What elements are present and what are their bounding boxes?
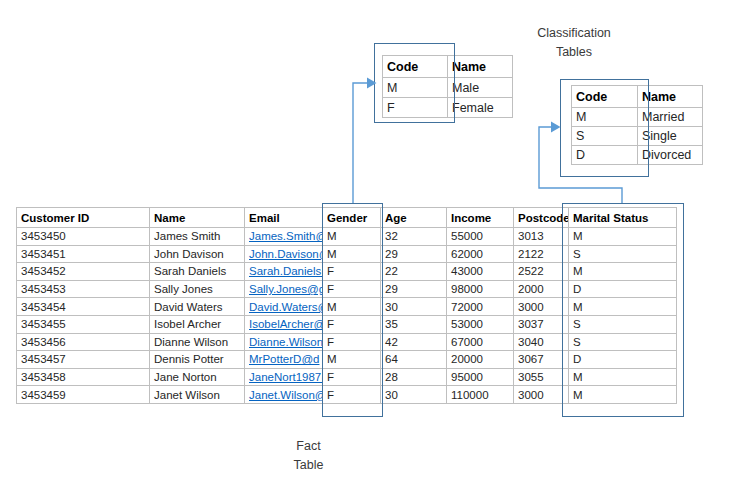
name-cell: John Davison <box>150 245 245 263</box>
email-link[interactable]: Sally.Jones@g <box>249 283 323 295</box>
name-cell: Sarah Daniels <box>150 263 245 281</box>
postcode-cell: 3000 <box>514 386 569 404</box>
name-cell: Sally Jones <box>150 280 245 298</box>
name-cell: Janet Wilson <box>150 386 245 404</box>
income-cell: 67000 <box>447 333 514 351</box>
customer-id-cell: 3453450 <box>17 228 150 246</box>
income-cell: 72000 <box>447 298 514 316</box>
name-header: Name <box>150 208 245 228</box>
email-link[interactable]: Dianne.Wilson@ <box>249 336 323 348</box>
customer-id-header: Customer ID <box>17 208 150 228</box>
age-cell: 42 <box>381 333 447 351</box>
postcode-cell: 2522 <box>514 263 569 281</box>
income-cell: 98000 <box>447 280 514 298</box>
age-cell: 32 <box>381 228 447 246</box>
postcode-cell: 3067 <box>514 351 569 369</box>
income-cell: 55000 <box>447 228 514 246</box>
email-cell: John.Davison@ <box>245 245 323 263</box>
postcode-cell: 3013 <box>514 228 569 246</box>
email-cell: Sally.Jones@g <box>245 280 323 298</box>
age-cell: 64 <box>381 351 447 369</box>
customer-id-cell: 3453451 <box>17 245 150 263</box>
age-cell: 28 <box>381 368 447 386</box>
marital-code-highlight-box <box>560 79 649 177</box>
email-cell: JaneNort1987@ <box>245 368 323 386</box>
name-cell: Isobel Archer <box>150 315 245 333</box>
age-cell: 22 <box>381 263 447 281</box>
name-cell: Dennis Potter <box>150 351 245 369</box>
postcode-cell: 2122 <box>514 245 569 263</box>
classification-tables-label-line1: Classification <box>528 24 620 43</box>
age-cell: 29 <box>381 245 447 263</box>
postcode-cell: 3055 <box>514 368 569 386</box>
email-cell: James.Smith@ <box>245 228 323 246</box>
age-cell: 29 <box>381 280 447 298</box>
income-cell: 43000 <box>447 263 514 281</box>
age-cell: 35 <box>381 315 447 333</box>
income-cell: 20000 <box>447 351 514 369</box>
income-header: Income <box>447 208 514 228</box>
fact-table-label-line1: Fact <box>266 437 351 456</box>
name-cell: Male <box>448 78 513 98</box>
fact-table-label: Fact Table <box>266 437 351 475</box>
age-cell: 30 <box>381 386 447 404</box>
income-cell: 95000 <box>447 368 514 386</box>
customer-id-cell: 3453454 <box>17 298 150 316</box>
email-link[interactable]: Sarah.Daniels@ <box>249 265 323 277</box>
diagram-canvas: Code Name MMaleFFemale Code Name MMarrie… <box>0 0 736 495</box>
customer-id-cell: 3453457 <box>17 351 150 369</box>
age-header: Age <box>381 208 447 228</box>
customer-id-cell: 3453456 <box>17 333 150 351</box>
email-cell: Dianne.Wilson@ <box>245 333 323 351</box>
gender-relationship-connector <box>353 78 377 204</box>
income-cell: 53000 <box>447 315 514 333</box>
email-link[interactable]: Janet.Wilson@ <box>249 389 323 401</box>
email-link[interactable]: IsobelArcher@ <box>249 318 323 330</box>
postcode-header: Postcode <box>514 208 569 228</box>
postcode-cell: 3000 <box>514 298 569 316</box>
customer-id-cell: 3453455 <box>17 315 150 333</box>
postcode-cell: 3040 <box>514 333 569 351</box>
customer-id-cell: 3453453 <box>17 280 150 298</box>
name-cell: James Smith <box>150 228 245 246</box>
age-cell: 30 <box>381 298 447 316</box>
postcode-cell: 2000 <box>514 280 569 298</box>
customer-id-cell: 3453458 <box>17 368 150 386</box>
email-cell: MrPotterD@d <box>245 351 323 369</box>
email-link[interactable]: JaneNort1987@ <box>249 371 323 383</box>
name-cell: Jane Norton <box>150 368 245 386</box>
email-link[interactable]: John.Davison@ <box>249 248 323 260</box>
email-cell: IsobelArcher@ <box>245 315 323 333</box>
fact-table-label-line2: Table <box>266 456 351 475</box>
gender-name-header: Name <box>448 56 513 78</box>
classification-tables-label: Classification Tables <box>528 24 620 62</box>
marital-status-column-highlight-box <box>562 203 684 417</box>
income-cell: 62000 <box>447 245 514 263</box>
postcode-cell: 3037 <box>514 315 569 333</box>
name-cell: Dianne Wilson <box>150 333 245 351</box>
customer-id-cell: 3453452 <box>17 263 150 281</box>
name-cell: David Waters <box>150 298 245 316</box>
email-cell: David.Waters@ <box>245 298 323 316</box>
email-link[interactable]: MrPotterD@d <box>249 353 319 365</box>
gender-column-highlight-box <box>322 203 383 417</box>
email-link[interactable]: James.Smith@ <box>249 230 323 242</box>
gender-code-highlight-box <box>374 43 455 123</box>
income-cell: 110000 <box>447 386 514 404</box>
classification-tables-label-line2: Tables <box>528 43 620 62</box>
customer-id-cell: 3453459 <box>17 386 150 404</box>
email-cell: Janet.Wilson@ <box>245 386 323 404</box>
email-cell: Sarah.Daniels@ <box>245 263 323 281</box>
email-header: Email <box>245 208 323 228</box>
email-link[interactable]: David.Waters@ <box>249 301 323 313</box>
name-cell: Female <box>448 98 513 118</box>
